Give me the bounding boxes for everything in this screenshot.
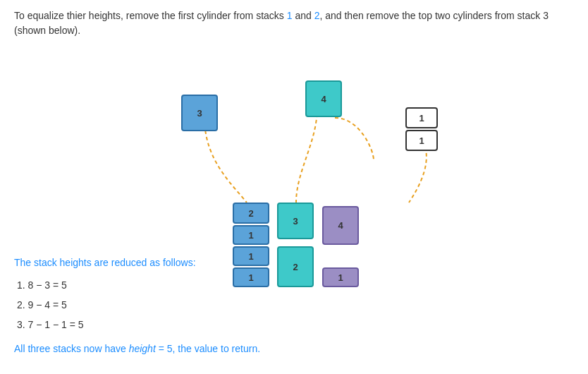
stack3-removed-2-label: 1 (419, 135, 424, 146)
stack3-row1: 1 (322, 267, 359, 287)
stack1-row2: 1 (233, 246, 269, 266)
intro-paragraph: To equalize thier heights, remove the fi… (14, 8, 574, 38)
conclusion-equals: = 5, the value to return. (156, 343, 260, 354)
stack3-removed-cylinder-1: 1 (405, 107, 438, 128)
stack1-row0: 2 (233, 203, 269, 224)
conclusion-text: All three stacks now have height = 5, th… (14, 343, 574, 354)
intro-text-part1: To equalize thier heights, remove the fi… (14, 10, 287, 21)
equation-2: 2. 9 − 4 = 5 (17, 295, 574, 315)
stack3-removed-1-label: 1 (419, 113, 424, 123)
stack1-row1: 1 (233, 225, 269, 245)
intro-link1: 1 (287, 10, 293, 21)
stack3-removed-cylinder-2: 1 (405, 130, 438, 151)
stack2-removed-cylinder: 4 (305, 80, 342, 117)
stack2-row1: 2 (277, 246, 314, 287)
stack2-removed-label: 4 (321, 94, 326, 104)
stack3-row0: 4 (322, 206, 359, 245)
diagram-area: 3 4 1 1 2 1 1 1 3 2 4 1 (14, 51, 574, 241)
conclusion-italic: height (129, 343, 156, 354)
stack1-removed-label: 3 (197, 108, 202, 119)
equation-3: 3. 7 − 1 − 1 = 5 (17, 315, 574, 334)
stack1-removed-cylinder: 3 (181, 95, 218, 131)
intro-and: and (293, 10, 314, 21)
conclusion-before: All three stacks now have (14, 343, 129, 354)
stack1-row3: 1 (233, 267, 269, 287)
stack2-row0: 3 (277, 203, 314, 239)
